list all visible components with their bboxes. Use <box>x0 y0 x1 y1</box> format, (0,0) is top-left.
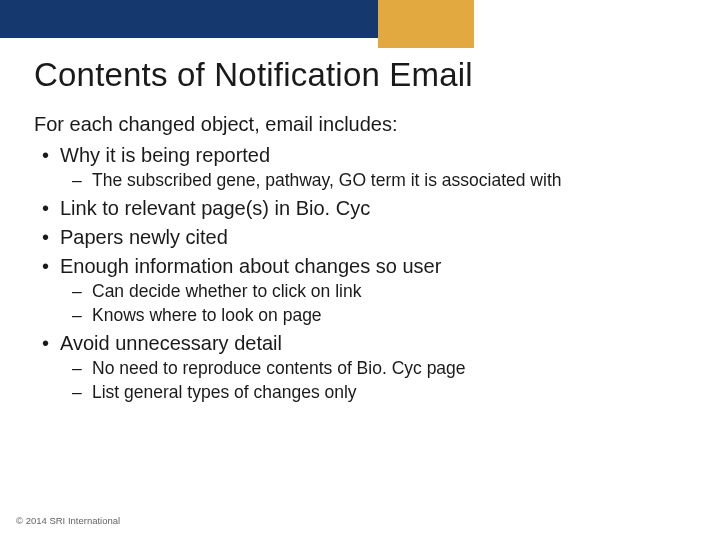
page-title: Contents of Notification Email <box>34 56 473 94</box>
footer-copyright: © 2014 SRI International <box>16 515 120 526</box>
bullet-text: Enough information about changes so user <box>60 255 441 277</box>
list-item: Papers newly cited <box>58 225 684 250</box>
bullet-list: Why it is being reported The subscribed … <box>34 143 684 403</box>
intro-text: For each changed object, email includes: <box>34 112 684 137</box>
list-item: Why it is being reported The subscribed … <box>58 143 684 192</box>
sub-list: The subscribed gene, pathway, GO term it… <box>60 170 684 192</box>
list-item: No need to reproduce contents of Bio. Cy… <box>90 358 684 380</box>
list-item: Link to relevant page(s) in Bio. Cyc <box>58 196 684 221</box>
list-item: Avoid unnecessary detail No need to repr… <box>58 331 684 404</box>
header-band <box>0 0 720 38</box>
bullet-text: Why it is being reported <box>60 144 270 166</box>
list-item: Can decide whether to click on link <box>90 281 684 303</box>
header-band-blue <box>0 0 378 38</box>
list-item: Enough information about changes so user… <box>58 254 684 327</box>
list-item: Knows where to look on page <box>90 305 684 327</box>
list-item: The subscribed gene, pathway, GO term it… <box>90 170 684 192</box>
sub-list: Can decide whether to click on link Know… <box>60 281 684 327</box>
bullet-text: Avoid unnecessary detail <box>60 332 282 354</box>
list-item: List general types of changes only <box>90 382 684 404</box>
body-content: For each changed object, email includes:… <box>34 112 684 407</box>
slide: Contents of Notification Email For each … <box>0 0 720 540</box>
header-band-gold <box>378 0 474 48</box>
sub-list: No need to reproduce contents of Bio. Cy… <box>60 358 684 404</box>
